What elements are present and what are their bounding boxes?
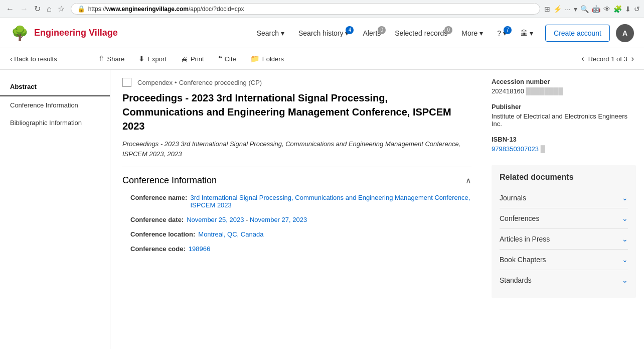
standards-chevron-icon: ⌄ xyxy=(622,276,628,284)
main-layout: Abstract Conference Information Bibliogr… xyxy=(0,70,644,349)
nav-institution[interactable]: 🏛 ▾ xyxy=(515,25,539,41)
doc-title: Proceedings - 2023 3rd International Sig… xyxy=(122,91,471,133)
dropdown-arrow-icon[interactable]: ▾ xyxy=(574,5,577,13)
lightning-icon[interactable]: ⚡ xyxy=(553,5,562,13)
menu-dots-icon[interactable]: ··· xyxy=(565,5,571,13)
related-item-journals-label: Journals xyxy=(500,194,526,202)
related-item-standards-label: Standards xyxy=(500,276,532,284)
nav-selected-records[interactable]: Selected records 0 xyxy=(389,25,453,41)
accession-number-value: 202418160 ████████ xyxy=(492,87,636,95)
forward-button[interactable]: → xyxy=(18,4,30,15)
conference-name-label: Conference name: xyxy=(130,194,187,209)
reload-button[interactable]: ↻ xyxy=(32,3,43,15)
translate-icon[interactable]: ⊞ xyxy=(544,5,550,13)
content-divider xyxy=(122,167,471,167)
doc-type: Compendex xyxy=(137,79,173,86)
nav-search[interactable]: Search ▾ xyxy=(251,25,290,41)
back-arrow-icon: ‹ xyxy=(10,55,12,63)
nav-more[interactable]: More ▾ xyxy=(455,25,489,41)
doc-subtitle-italic: Proceedings - 2023 3rd International Sig… xyxy=(122,140,460,158)
nav-help[interactable]: ? ▾ 7 xyxy=(491,25,513,41)
folders-button[interactable]: 📁 Folders xyxy=(247,52,287,65)
institution-chevron-icon: ▾ xyxy=(530,29,533,37)
doc-checkbox[interactable] xyxy=(122,78,131,87)
isbn-label: ISBN-13 xyxy=(492,136,636,143)
conference-code-label: Conference code: xyxy=(130,245,186,253)
isbn-link[interactable]: 9798350307023 xyxy=(492,145,539,153)
conference-code-link[interactable]: 198966 xyxy=(189,245,210,253)
related-item-book-chapters[interactable]: Book Chapters ⌄ xyxy=(500,250,628,270)
user-avatar-button[interactable]: A xyxy=(616,24,634,42)
next-record-button[interactable]: › xyxy=(631,54,634,63)
document-toolbar: ‹ Back to results ⇧ Share ⬇ Export 🖨 Pri… xyxy=(0,48,644,70)
nav-alerts[interactable]: Alerts 0 xyxy=(357,25,387,41)
print-icon: 🖨 xyxy=(181,55,188,63)
back-to-results-link[interactable]: ‹ Back to results xyxy=(10,55,57,63)
related-item-standards[interactable]: Standards ⌄ xyxy=(500,270,628,290)
book-chapters-chevron-icon: ⌄ xyxy=(622,256,628,264)
conference-info-collapse-button[interactable]: ∧ xyxy=(465,176,471,185)
alerts-badge: 0 xyxy=(378,26,386,34)
related-item-journals[interactable]: Journals ⌄ xyxy=(500,188,628,208)
conference-location-label: Conference location: xyxy=(130,230,195,238)
logo-tree-icon: 🌳 xyxy=(10,23,30,43)
url-display: https://www.engineeringvillage.com/app/d… xyxy=(88,6,244,13)
search-chevron-icon: ▾ xyxy=(281,29,284,37)
create-account-button[interactable]: Create account xyxy=(545,25,610,42)
publisher-block: Publisher Institute of Electrical and El… xyxy=(492,103,636,128)
extension-icon-2[interactable]: 👁 xyxy=(603,5,610,13)
conference-date-value: November 25, 2023 - November 27, 2023 xyxy=(187,216,307,223)
conference-code-row: Conference code: 198966 xyxy=(122,245,471,253)
institution-icon: 🏛 xyxy=(521,29,528,37)
conference-location-link[interactable]: Montreal, QC, Canada xyxy=(198,230,263,238)
sidebar: Abstract Conference Information Bibliogr… xyxy=(0,70,110,349)
related-item-articles-label: Articles in Press xyxy=(500,235,550,243)
search-history-badge: 4 xyxy=(346,26,354,34)
accession-number-blur: ████████ xyxy=(526,87,563,95)
accession-number-label: Accession number xyxy=(492,78,636,85)
related-item-book-chapters-label: Book Chapters xyxy=(500,256,546,264)
share-button[interactable]: ⇧ Share xyxy=(95,52,128,65)
related-item-conferences[interactable]: Conferences ⌄ xyxy=(500,208,628,229)
extension-icon-3[interactable]: 🧩 xyxy=(613,5,622,13)
sidebar-item-conference-information[interactable]: Conference Information xyxy=(0,96,110,114)
export-icon: ⬇ xyxy=(138,54,145,63)
home-button[interactable]: ⌂ xyxy=(45,4,54,15)
related-documents-panel: Related documents Journals ⌄ Conferences… xyxy=(492,165,636,298)
conference-date-end-link[interactable]: November 27, 2023 xyxy=(250,216,307,223)
related-documents-title: Related documents xyxy=(500,173,628,182)
folders-icon: 📁 xyxy=(250,54,260,63)
conference-name-link[interactable]: 3rd International Signal Processing, Com… xyxy=(190,194,470,209)
cite-button[interactable]: ❝ Cite xyxy=(215,52,239,65)
isbn-block: ISBN-13 9798350307023 █ xyxy=(492,136,636,153)
conference-date-start-link[interactable]: November 25, 2023 xyxy=(187,216,244,223)
sidebar-item-abstract[interactable]: Abstract xyxy=(0,78,110,96)
related-item-articles-in-press[interactable]: Articles in Press ⌄ xyxy=(500,229,628,250)
export-button[interactable]: ⬇ Export xyxy=(135,52,170,65)
browser-bar: ← → ↻ ⌂ ☆ 🔒 https://www.engineeringvilla… xyxy=(0,0,644,18)
conference-name-value: 3rd International Signal Processing, Com… xyxy=(190,194,471,209)
undo-icon[interactable]: ↺ xyxy=(634,5,640,13)
bookmark-button[interactable]: ☆ xyxy=(56,3,67,15)
svg-text:🌳: 🌳 xyxy=(11,25,29,42)
back-button[interactable]: ← xyxy=(4,4,16,15)
download-icon[interactable]: ⬇ xyxy=(625,5,631,13)
address-bar[interactable]: 🔒 https://www.engineeringvillage.com/app… xyxy=(71,3,541,15)
right-panel: Accession number 202418160 ████████ Publ… xyxy=(484,70,644,349)
nav-search-history[interactable]: Search history ▾ 4 xyxy=(292,25,355,41)
selected-records-badge: 0 xyxy=(444,26,452,34)
sidebar-item-bibliographic-information[interactable]: Bibliographic Information xyxy=(0,114,110,132)
share-icon: ⇧ xyxy=(98,54,105,63)
conference-info-title: Conference Information xyxy=(122,175,217,186)
conference-code-value: 198966 xyxy=(189,245,210,253)
search-icon[interactable]: 🔍 xyxy=(580,5,589,13)
more-chevron-icon: ▾ xyxy=(479,29,483,37)
print-button[interactable]: 🖨 Print xyxy=(178,53,207,65)
conference-location-value: Montreal, QC, Canada xyxy=(198,230,263,238)
logo-area: 🌳 Engineering Village xyxy=(10,23,118,43)
isbn-value: 9798350307023 █ xyxy=(492,145,636,153)
prev-record-button[interactable]: ‹ xyxy=(581,54,584,63)
site-header: 🌳 Engineering Village Search ▾ Search hi… xyxy=(0,18,644,48)
related-item-conferences-label: Conferences xyxy=(500,214,539,222)
extension-icon-1[interactable]: 🤖 xyxy=(592,5,600,13)
